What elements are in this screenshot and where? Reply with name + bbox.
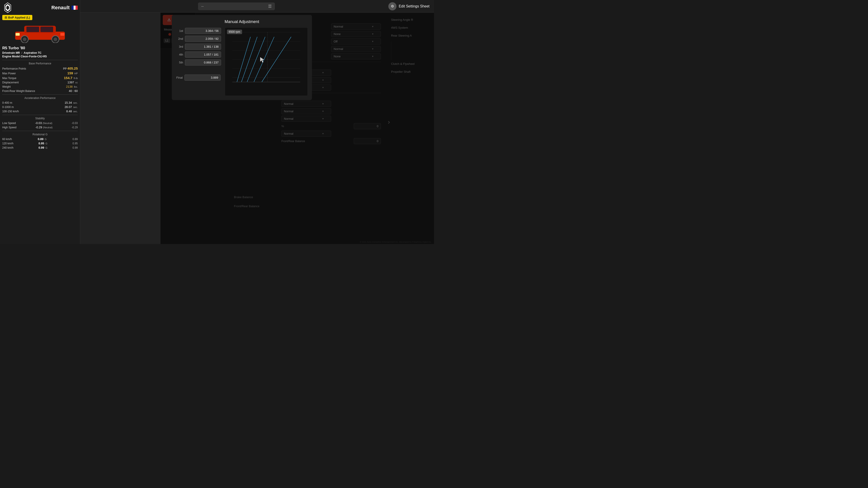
svg-rect-5 bbox=[76, 6, 78, 10]
high-speed-row: High Speed -0.29 (Neutral) -0.29 bbox=[2, 126, 78, 129]
divider2 bbox=[2, 94, 78, 95]
top-bar: -- ☰ ⚙ Edit Settings Sheet bbox=[80, 0, 434, 13]
menu-icon[interactable]: ☰ bbox=[268, 4, 272, 9]
svg-point-15 bbox=[54, 37, 57, 41]
pp-label: Performance Points bbox=[2, 67, 26, 70]
gear-chart: 6500 rpm bbox=[225, 28, 307, 96]
low-speed-value: -0.03 (Neutral) bbox=[35, 121, 52, 125]
sidebar-header: Renault bbox=[2, 2, 78, 13]
svg-rect-8 bbox=[26, 27, 39, 32]
svg-rect-11 bbox=[60, 33, 64, 36]
edit-settings-label: Edit Settings Sheet bbox=[399, 4, 430, 8]
dropdown-placeholder: -- bbox=[201, 4, 204, 8]
stability-title: Stability bbox=[2, 117, 78, 120]
final-input[interactable] bbox=[184, 74, 221, 80]
g120-row: 120 km/h 0.95 G 0.95 bbox=[2, 142, 78, 145]
modal-overlay: Manual Adjustment 1st 2nd 3rd bbox=[160, 13, 434, 244]
svg-rect-10 bbox=[16, 33, 20, 36]
gear3-input[interactable] bbox=[185, 43, 221, 50]
acc-01000-label: 0-1000 m bbox=[2, 105, 14, 109]
weight-label: Weight bbox=[2, 85, 11, 88]
modal-content: 1st 2nd 3rd 4th bbox=[176, 28, 307, 96]
car-drivetrain: Drivetrain MR / Aspiration TC bbox=[2, 51, 78, 55]
gear2-row: 2nd bbox=[176, 36, 221, 42]
displacement-row: Displacement 1397 cc bbox=[2, 80, 78, 84]
rotational-g-title: Rotational G bbox=[2, 133, 78, 136]
gear3-row: 3rd bbox=[176, 43, 221, 50]
modal-title: Manual Adjustment bbox=[176, 20, 307, 24]
svg-point-13 bbox=[23, 37, 26, 41]
gear-final-row: Final bbox=[176, 74, 221, 80]
cursor-icon bbox=[260, 57, 265, 63]
base-performance-title: Base Performance bbox=[2, 62, 78, 65]
g240-value: 0.99 G bbox=[38, 146, 48, 149]
acc-0400-label: 0-400 m bbox=[2, 101, 12, 104]
acc-0400-value: 15.34 sec. bbox=[65, 101, 78, 104]
acceleration-title: Acceleration Performance bbox=[2, 96, 78, 100]
acc-100150-value: 8.48 sec. bbox=[66, 109, 78, 113]
weight-value: 2138 lbs. bbox=[66, 85, 78, 88]
settings-dropdown[interactable]: -- ☰ bbox=[198, 2, 275, 10]
g240-label: 240 km/h bbox=[2, 146, 13, 149]
svg-rect-4 bbox=[74, 6, 76, 10]
pp-value: PP 405.25 bbox=[63, 66, 78, 70]
displacement-value: 1397 cc bbox=[67, 80, 78, 84]
gear4-input[interactable] bbox=[185, 52, 221, 58]
max-torque-value: 154.7 ft-lb bbox=[64, 76, 78, 80]
gear-chart-svg bbox=[225, 28, 307, 87]
gear1-row: 1st bbox=[176, 28, 221, 34]
displacement-label: Displacement bbox=[2, 81, 19, 84]
g240-row: 240 km/h 0.99 G 0.99 bbox=[2, 146, 78, 149]
acc-0400-row: 0-400 m 15.34 sec. bbox=[2, 101, 78, 104]
manual-adjustment-modal: Manual Adjustment 1st 2nd 3rd bbox=[172, 15, 312, 100]
g60-value: 0.89 G bbox=[38, 137, 47, 141]
gear5-input[interactable] bbox=[185, 59, 221, 66]
svg-rect-3 bbox=[72, 6, 74, 10]
car-engine: Engine Model Cleon-Fonte-C6J-R5 bbox=[2, 55, 78, 58]
gear2-label: 2nd bbox=[176, 37, 183, 40]
max-power-value: 159 HP bbox=[67, 71, 78, 75]
weight-balance-value: 40 : 60 bbox=[69, 89, 78, 93]
max-torque-label: Max Torque bbox=[2, 76, 16, 80]
g60-label: 60 km/h bbox=[2, 138, 12, 141]
weight-balance-row: Front-Rear Weight Balance 40 : 60 bbox=[2, 89, 78, 93]
performance-points-row: Performance Points PP 405.25 bbox=[2, 66, 78, 70]
main-content: -- ☰ ⚙ Edit Settings Sheet ⚠ Measure Mea… bbox=[80, 0, 434, 244]
max-torque-row: Max Torque 154.7 ft-lb bbox=[2, 76, 78, 80]
car-silhouette-icon bbox=[13, 23, 67, 43]
svg-rect-9 bbox=[40, 27, 53, 32]
car-name: R5 Turbo '80 bbox=[2, 46, 78, 51]
gear5-row: 5th bbox=[176, 59, 221, 66]
weight-row: Weight 2138 lbs. bbox=[2, 85, 78, 88]
acc-100150-row: 100-150 km/h 8.48 sec. bbox=[2, 109, 78, 113]
acc-100150-label: 100-150 km/h bbox=[2, 110, 19, 113]
low-speed-label: Low Speed bbox=[2, 122, 16, 125]
max-power-row: Max Power 159 HP bbox=[2, 71, 78, 75]
gear2-input[interactable] bbox=[185, 36, 221, 42]
gear3-label: 3rd bbox=[176, 45, 183, 48]
g60-row: 60 km/h 0.89 G 0.89 bbox=[2, 137, 78, 141]
gear-table: 1st 2nd 3rd 4th bbox=[176, 28, 221, 96]
edit-settings-icon: ⚙ bbox=[388, 2, 397, 10]
gear1-label: 1st bbox=[176, 29, 183, 33]
car-image bbox=[2, 22, 78, 44]
flag-icon bbox=[71, 6, 78, 10]
low-speed-row: Low Speed -0.03 (Neutral) -0.03 bbox=[2, 121, 78, 125]
edit-settings-button[interactable]: ⚙ Edit Settings Sheet bbox=[388, 2, 430, 10]
svg-marker-29 bbox=[260, 57, 264, 63]
gear1-input[interactable] bbox=[185, 28, 221, 34]
weight-balance-label: Front-Rear Weight Balance bbox=[2, 90, 35, 93]
high-speed-label: High Speed bbox=[2, 126, 17, 129]
gear4-label: 4th bbox=[176, 53, 183, 56]
left-sidebar: Renault ⚖ BoP Applied (L) bbox=[0, 0, 80, 244]
gear4-row: 4th bbox=[176, 52, 221, 58]
g120-label: 120 km/h bbox=[2, 142, 13, 145]
g120-value: 0.95 G bbox=[38, 142, 48, 145]
brand-name: Renault bbox=[51, 5, 78, 11]
gear5-label: 5th bbox=[176, 61, 183, 64]
acc-01000-value: 28.07 sec. bbox=[65, 105, 78, 109]
rpm-badge: 6500 rpm bbox=[227, 30, 242, 34]
final-label: Final bbox=[176, 76, 183, 79]
divider4 bbox=[2, 131, 78, 131]
high-speed-value: -0.29 (Neutral) bbox=[35, 126, 53, 129]
